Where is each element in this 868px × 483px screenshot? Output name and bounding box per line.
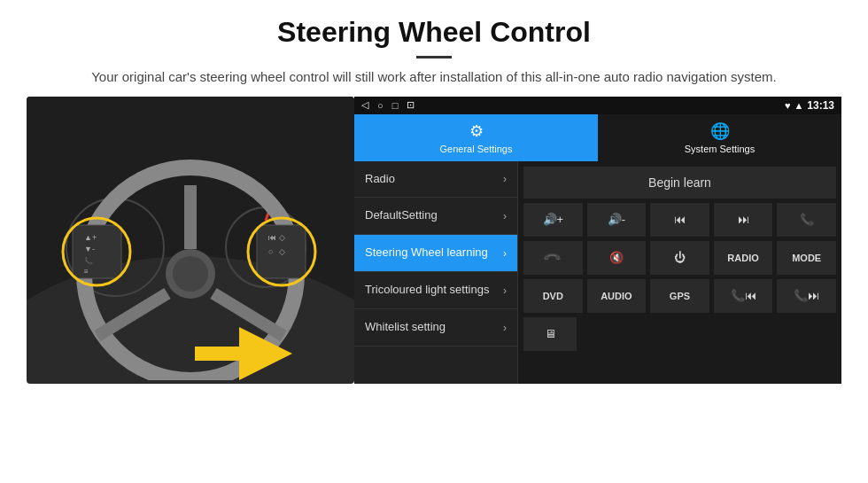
control-row-3: DVD AUDIO GPS 📞⏮ 📞⏭: [523, 279, 836, 313]
content-area: Radio › DefaultSetting › Steering Wheel …: [354, 161, 841, 384]
tel-prev-icon: 📞⏮: [731, 289, 756, 302]
power-icon: ⏻: [674, 251, 686, 264]
vol-down-icon: 🔊-: [608, 213, 625, 226]
steering-wheel-image: ▲+ ▼- 📞 ≡ ⏮ ◇ ○ ◇: [27, 97, 354, 384]
control-row-2: 📞 🔇 ⏻ RADIO MODE: [523, 241, 836, 275]
control-row-4: 🖥: [523, 317, 836, 351]
chevron-icon: ›: [503, 322, 507, 334]
menu-item-radio[interactable]: Radio ›: [354, 161, 517, 199]
hangup-button[interactable]: 📞: [523, 241, 583, 275]
svg-text:◇: ◇: [279, 247, 285, 256]
vol-up-icon: 🔊+: [543, 213, 564, 226]
chevron-icon: ›: [503, 247, 507, 260]
svg-point-6: [173, 256, 208, 292]
begin-learn-button[interactable]: Begin learn: [523, 167, 836, 199]
next-track-button[interactable]: ⏭: [714, 203, 773, 237]
page-wrapper: Steering Wheel Control Your original car…: [0, 0, 868, 384]
call-button[interactable]: 📞: [777, 203, 836, 237]
nav-icons: ◁ ○ □ ⊡: [361, 99, 781, 111]
tab-general-label: General Settings: [440, 144, 513, 154]
status-bar: ◁ ○ □ ⊡ ♥ ▲ 13:13: [354, 97, 841, 114]
wifi-icon: ▲: [794, 100, 803, 111]
globe-icon: 🌐: [710, 121, 730, 141]
tel-next-button[interactable]: 📞⏭: [777, 279, 836, 313]
dvd-label: DVD: [543, 291, 563, 301]
mute-icon: 🔇: [609, 251, 624, 264]
home-icon[interactable]: ○: [377, 100, 384, 111]
svg-text:⏮: ⏮: [268, 233, 276, 242]
back-icon[interactable]: ◁: [361, 99, 368, 111]
svg-text:▼-: ▼-: [84, 245, 95, 253]
page-subtitle: Your original car's steering wheel contr…: [35, 67, 833, 88]
radio-label: RADIO: [727, 253, 758, 263]
tab-system[interactable]: 🌐 System Settings: [598, 114, 841, 161]
control-row-1: 🔊+ 🔊- ⏮ ⏭ 📞: [523, 203, 836, 237]
mode-label: MODE: [792, 253, 821, 263]
tel-next-icon: 📞⏭: [794, 289, 819, 302]
power-button[interactable]: ⏻: [650, 241, 709, 275]
prev-track-button[interactable]: ⏮: [650, 203, 709, 237]
call-icon: 📞: [800, 213, 814, 226]
menu-radio-label: Radio: [365, 172, 503, 187]
chevron-icon: ›: [503, 210, 507, 222]
gps-button[interactable]: GPS: [650, 279, 709, 313]
next-icon: ⏭: [738, 213, 749, 226]
menu-item-whitelist[interactable]: Whitelist setting ›: [354, 309, 517, 347]
page-title: Steering Wheel Control: [35, 16, 833, 49]
tab-bar: ⚙ General Settings 🌐 System Settings: [354, 114, 841, 161]
menu-tricolour-label: Tricoloured light settings: [365, 283, 503, 298]
prev-icon: ⏮: [674, 213, 686, 226]
svg-text:▲+: ▲+: [84, 233, 97, 242]
mode-button[interactable]: MODE: [777, 241, 836, 275]
audio-label: AUDIO: [601, 291, 632, 301]
menu-whitelist-label: Whitelist setting: [365, 320, 503, 335]
screen-icon: 🖥: [545, 327, 556, 340]
recent-icon[interactable]: □: [392, 100, 399, 111]
hangup-icon: 📞: [543, 248, 562, 268]
tab-system-label: System Settings: [685, 144, 755, 154]
svg-text:📞: 📞: [84, 256, 93, 265]
android-head-unit: ◁ ○ □ ⊡ ♥ ▲ 13:13 ⚙ General Settings 🌐 S…: [354, 97, 841, 384]
dvd-button[interactable]: DVD: [523, 279, 583, 313]
mute-button[interactable]: 🔇: [587, 241, 647, 275]
chevron-icon: ›: [503, 173, 507, 185]
begin-learn-row: Begin learn: [523, 167, 836, 199]
svg-rect-23: [195, 347, 244, 361]
chevron-icon: ›: [503, 284, 507, 297]
menu-item-default[interactable]: DefaultSetting ›: [354, 198, 517, 235]
svg-text:○: ○: [268, 247, 273, 256]
main-content: ▲+ ▼- 📞 ≡ ⏮ ◇ ○ ◇: [0, 97, 868, 384]
menu-item-tricolour[interactable]: Tricoloured light settings ›: [354, 272, 517, 309]
menu-item-steering[interactable]: Steering Wheel learning ›: [354, 235, 517, 272]
svg-rect-10: [73, 225, 121, 278]
gear-icon: ⚙: [469, 121, 484, 141]
screen-button[interactable]: 🖥: [523, 317, 577, 351]
menu-list: Radio › DefaultSetting › Steering Wheel …: [354, 161, 518, 384]
svg-text:◇: ◇: [279, 233, 285, 242]
title-divider: [416, 56, 452, 58]
location-icon: ♥: [785, 100, 791, 111]
tab-general[interactable]: ⚙ General Settings: [354, 114, 598, 161]
tel-prev-button[interactable]: 📞⏮: [714, 279, 773, 313]
menu-default-label: DefaultSetting: [365, 208, 503, 223]
menu-steering-label: Steering Wheel learning: [365, 245, 503, 261]
page-header: Steering Wheel Control Your original car…: [0, 0, 868, 97]
clock: 13:13: [807, 99, 834, 112]
vol-up-button[interactable]: 🔊+: [523, 203, 583, 237]
radio-button[interactable]: RADIO: [714, 241, 773, 275]
apps-icon[interactable]: ⊡: [407, 99, 415, 111]
svg-text:≡: ≡: [84, 268, 89, 276]
vol-down-button[interactable]: 🔊-: [587, 203, 647, 237]
gps-label: GPS: [670, 291, 690, 301]
audio-button[interactable]: AUDIO: [587, 279, 647, 313]
control-panel: Begin learn 🔊+ 🔊- ⏮: [518, 161, 841, 384]
